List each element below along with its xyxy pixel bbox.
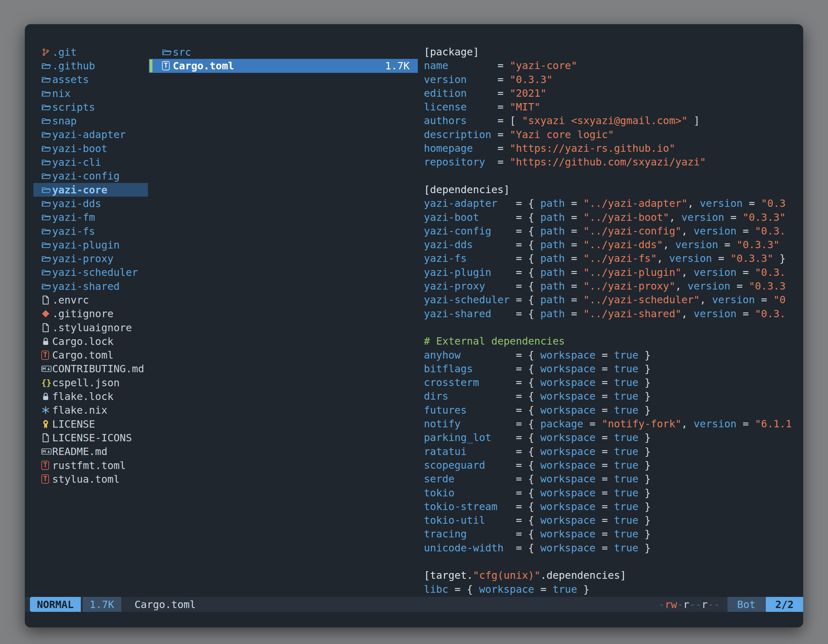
preview-line: version = "0.3.3"	[424, 73, 801, 86]
parent-pane[interactable]: .git.githubassetsnixscriptssnapyazi-adap…	[33, 45, 148, 486]
entry-label: .envrc	[52, 294, 89, 306]
file-icon	[41, 323, 52, 332]
entry-label: yazi-proxy	[52, 253, 114, 265]
dir-row-yazi-config[interactable]: yazi-config	[33, 169, 148, 183]
snowflake-icon	[41, 405, 52, 415]
entry-label: yazi-plugin	[52, 239, 120, 251]
file-row-flake.nix[interactable]: flake.nix	[33, 403, 148, 417]
entry-label: LICENSE	[52, 418, 95, 430]
file-row-README.md[interactable]: README.md	[33, 445, 148, 459]
scroll-position-badge: Bot	[728, 597, 765, 612]
preview-line: scopeguard = { workspace = true }	[424, 459, 801, 472]
file-row-LICENSE[interactable]: LICENSE	[33, 417, 148, 431]
dir-row-assets[interactable]: assets	[33, 73, 148, 86]
preview-line: tokio = { workspace = true }	[424, 486, 801, 500]
file-row-.gitignore[interactable]: .gitignore	[33, 307, 148, 321]
toml-icon: T	[41, 461, 52, 470]
preview-pane[interactable]: [package]name = "yazi-core"version = "0.…	[424, 45, 801, 596]
markdown-icon	[41, 364, 52, 373]
dir-row-yazi-scheduler[interactable]: yazi-scheduler	[33, 266, 148, 279]
entry-label: LICENSE-ICONS	[52, 432, 132, 444]
folder-icon	[162, 47, 173, 57]
preview-line	[424, 321, 801, 334]
ribbon-icon	[41, 419, 52, 429]
dir-row-yazi-dds[interactable]: yazi-dds	[33, 197, 148, 210]
folder-icon	[41, 254, 52, 263]
dir-row-yazi-proxy[interactable]: yazi-proxy	[33, 252, 148, 265]
dir-row-src[interactable]: src	[149, 45, 418, 59]
file-row-rustfmt.toml[interactable]: Trustfmt.toml	[33, 459, 148, 472]
file-icon	[41, 295, 52, 305]
entry-label: yazi-config	[52, 170, 120, 182]
preview-line: [dependencies]	[424, 183, 801, 197]
dir-row-yazi-cli[interactable]: yazi-cli	[33, 155, 148, 169]
preview-line: parking_lot = { workspace = true }	[424, 431, 801, 445]
file-row-Cargo.toml[interactable]: TCargo.toml1.7K	[149, 59, 418, 72]
preview-line: yazi-plugin = { path = "../yazi-plugin",…	[424, 266, 801, 279]
file-row-cspell.json[interactable]: {}cspell.json	[33, 376, 148, 389]
entry-label: flake.nix	[52, 404, 107, 416]
entry-label: yazi-boot	[52, 143, 107, 155]
file-size-badge: 1.7K	[83, 597, 121, 612]
dir-row-yazi-fs[interactable]: yazi-fs	[33, 224, 148, 238]
folder-icon	[41, 199, 52, 208]
entry-label: src	[173, 46, 191, 58]
dir-row-snap[interactable]: snap	[33, 114, 148, 128]
dir-row-yazi-core[interactable]: yazi-core	[33, 183, 148, 197]
file-row-.envrc[interactable]: .envrc	[33, 293, 148, 307]
preview-line: yazi-fs = { path = "../yazi-fs", version…	[424, 252, 801, 265]
folder-icon	[41, 171, 52, 181]
file-row-stylua.toml[interactable]: Tstylua.toml	[33, 472, 148, 486]
dir-row-yazi-fm[interactable]: yazi-fm	[33, 211, 148, 224]
preview-line: tokio-stream = { workspace = true }	[424, 500, 801, 514]
dir-row-yazi-plugin[interactable]: yazi-plugin	[33, 238, 148, 252]
folder-icon	[41, 227, 52, 236]
folder-icon	[41, 158, 52, 167]
folder-icon	[41, 61, 52, 71]
entry-label: nix	[52, 88, 71, 100]
preview-line: license = "MIT"	[424, 100, 801, 114]
entry-label: yazi-scheduler	[52, 266, 138, 278]
dir-row-scripts[interactable]: scripts	[33, 100, 148, 114]
braces-icon: {}	[41, 378, 52, 387]
file-row-Cargo.toml[interactable]: TCargo.toml	[33, 348, 148, 362]
file-permissions: -rw-r--r--	[659, 599, 720, 611]
dir-row-yazi-shared[interactable]: yazi-shared	[33, 279, 148, 293]
entry-size: 1.7K	[385, 60, 418, 72]
lock-icon	[41, 337, 52, 346]
entry-label: .github	[52, 60, 95, 72]
entry-label: .gitignore	[52, 308, 114, 320]
entry-label: cspell.json	[52, 377, 120, 389]
preview-line: # External dependencies	[424, 334, 801, 348]
entry-label: snap	[52, 115, 77, 127]
entry-label: yazi-dds	[52, 197, 101, 210]
file-row-.styluaignore[interactable]: .styluaignore	[33, 321, 148, 334]
file-row-flake.lock[interactable]: flake.lock	[33, 389, 148, 403]
current-pane[interactable]: srcTCargo.toml1.7K	[149, 45, 418, 73]
cursor-position-badge: 2/2	[765, 597, 803, 612]
terminal-window: .git.githubassetsnixscriptssnapyazi-adap…	[25, 24, 803, 627]
entry-label: yazi-fm	[52, 211, 95, 223]
dir-row-nix[interactable]: nix	[33, 86, 148, 100]
file-row-LICENSE-ICONS[interactable]: LICENSE-ICONS	[33, 431, 148, 445]
file-row-CONTRIBUTING.md[interactable]: CONTRIBUTING.md	[33, 362, 148, 376]
preview-line: yazi-proxy = { path = "../yazi-proxy", v…	[424, 279, 801, 293]
file-row-Cargo.lock[interactable]: Cargo.lock	[33, 334, 148, 348]
toml-icon: T	[41, 351, 52, 360]
dir-row-.github[interactable]: .github	[33, 59, 148, 72]
folder-icon	[41, 89, 52, 98]
folder-icon	[41, 130, 52, 139]
git-icon	[41, 47, 52, 57]
entry-label: yazi-fs	[52, 225, 95, 237]
mode-indicator: NORMAL	[30, 597, 81, 612]
status-filename: Cargo.toml	[135, 599, 196, 611]
entry-label: CONTRIBUTING.md	[52, 363, 144, 375]
dir-row-.git[interactable]: .git	[33, 45, 148, 59]
dir-row-yazi-boot[interactable]: yazi-boot	[33, 142, 148, 155]
entry-label: flake.lock	[52, 390, 114, 403]
preview-line: bitflags = { workspace = true }	[424, 362, 801, 376]
preview-line: authors = [ "sxyazi <sxyazi@gmail.com>" …	[424, 114, 801, 128]
entry-label: assets	[52, 74, 89, 86]
dir-row-yazi-adapter[interactable]: yazi-adapter	[33, 128, 148, 142]
diamond-icon	[41, 309, 52, 318]
